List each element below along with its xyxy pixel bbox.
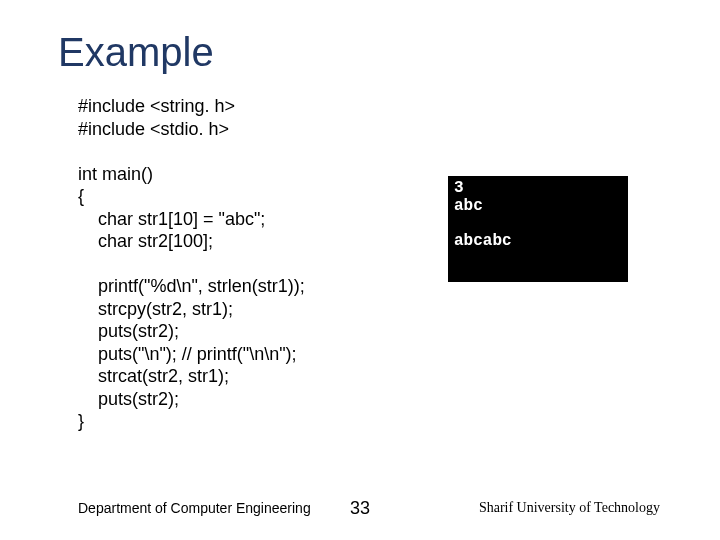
slide-footer: Department of Computer Engineering 33 Sh… xyxy=(0,500,720,516)
footer-department: Department of Computer Engineering xyxy=(78,500,311,516)
footer-page-number: 33 xyxy=(350,498,370,519)
slide-title: Example xyxy=(58,30,214,75)
program-output-box: 3 abc abcabc xyxy=(448,176,628,282)
footer-university: Sharif University of Technology xyxy=(479,500,660,516)
code-block: #include <string. h> #include <stdio. h>… xyxy=(78,95,305,433)
program-output-text: 3 abc abcabc xyxy=(448,176,628,254)
